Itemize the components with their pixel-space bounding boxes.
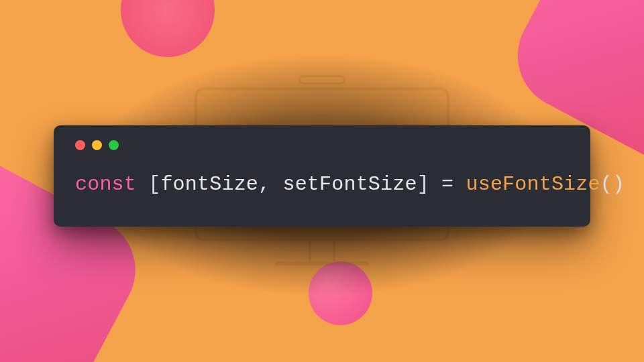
window-traffic-lights: [75, 140, 569, 150]
code-identifier: setFontSize: [282, 173, 417, 196]
code-parens: (): [600, 173, 625, 196]
code-line: const [fontSize, setFontSize] = useFontS…: [75, 173, 569, 196]
zoom-icon[interactable]: [109, 140, 119, 150]
code-keyword: const: [75, 173, 136, 196]
code-function-call: useFontSize: [466, 173, 600, 196]
minimize-icon[interactable]: [92, 140, 102, 150]
decor-circle-top: [121, 0, 215, 57]
code-bracket-open: [: [148, 173, 160, 196]
code-identifier: fontSize: [160, 173, 258, 196]
close-icon[interactable]: [75, 140, 85, 150]
code-window: const [fontSize, setFontSize] = useFontS…: [54, 125, 590, 227]
code-bracket-close: ]: [417, 173, 429, 196]
code-equals: =: [429, 173, 466, 196]
code-comma: ,: [258, 173, 282, 196]
